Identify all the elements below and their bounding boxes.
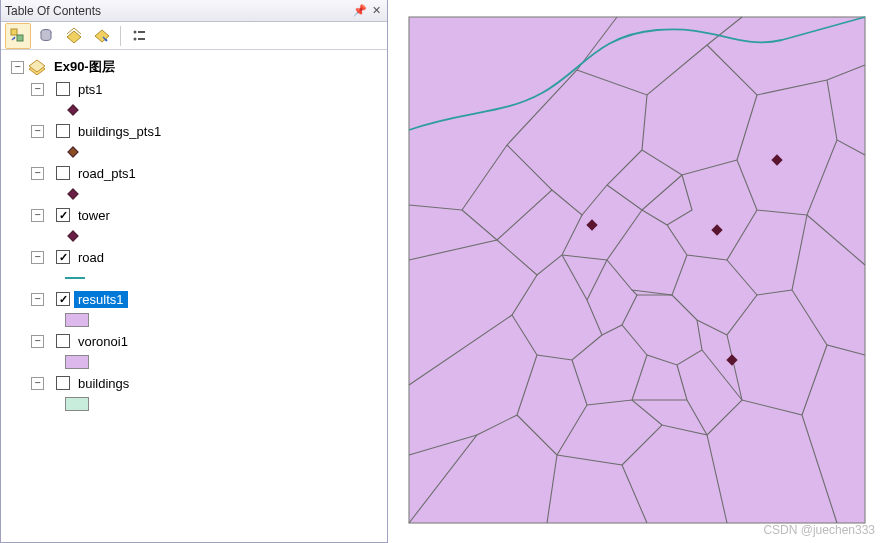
list-by-drawing-order-button[interactable]	[5, 23, 31, 49]
layer-checkbox[interactable]	[56, 292, 70, 306]
layer-checkbox[interactable]	[56, 166, 70, 180]
expand-icon[interactable]: −	[31, 125, 44, 138]
layer-checkbox[interactable]	[56, 376, 70, 390]
layer-buildings_pts1[interactable]: −buildings_pts1	[5, 120, 383, 142]
watermark: CSDN @juechen333	[763, 523, 875, 537]
svg-rect-1	[17, 35, 23, 41]
expand-icon[interactable]: −	[31, 167, 44, 180]
toolbar-separator	[120, 26, 121, 46]
layer-road[interactable]: −road	[5, 246, 383, 268]
layer-tower[interactable]: −tower	[5, 204, 383, 226]
layer-symbol	[5, 268, 383, 288]
expand-icon[interactable]: −	[11, 61, 24, 74]
layer-label[interactable]: buildings_pts1	[74, 123, 165, 140]
map-canvas	[407, 15, 867, 525]
layer-label[interactable]: tower	[74, 207, 114, 224]
svg-rect-6	[138, 38, 145, 40]
layer-checkbox[interactable]	[56, 82, 70, 96]
layer-road_pts1[interactable]: −road_pts1	[5, 162, 383, 184]
close-icon[interactable]: ✕	[369, 4, 383, 18]
layer-symbol	[5, 142, 383, 162]
layer-buildings[interactable]: −buildings	[5, 372, 383, 394]
svg-rect-0	[11, 29, 17, 35]
map-view[interactable]	[388, 0, 885, 543]
svg-rect-7	[409, 17, 865, 523]
svg-rect-4	[138, 31, 145, 33]
svg-point-3	[134, 30, 137, 33]
layer-label[interactable]: voronoi1	[74, 333, 132, 350]
list-by-visibility-button[interactable]	[61, 23, 87, 49]
layer-results1[interactable]: −results1	[5, 288, 383, 310]
root-node[interactable]: − Ex90-图层	[5, 56, 383, 78]
toolbar	[1, 22, 387, 50]
layer-checkbox[interactable]	[56, 208, 70, 222]
layer-tree: − Ex90-图层 −pts1−buildings_pts1−road_pts1…	[1, 50, 387, 542]
expand-icon[interactable]: −	[31, 377, 44, 390]
layer-symbol	[5, 310, 383, 330]
layer-voronoi1[interactable]: −voronoi1	[5, 330, 383, 352]
layer-label[interactable]: buildings	[74, 375, 133, 392]
expand-icon[interactable]: −	[31, 335, 44, 348]
layer-label[interactable]: results1	[74, 291, 128, 308]
layer-symbol	[5, 226, 383, 246]
layer-checkbox[interactable]	[56, 334, 70, 348]
list-by-source-button[interactable]	[33, 23, 59, 49]
expand-icon[interactable]: −	[31, 251, 44, 264]
list-by-selection-button[interactable]	[89, 23, 115, 49]
svg-point-5	[134, 37, 137, 40]
expand-icon[interactable]: −	[31, 209, 44, 222]
layer-symbol	[5, 184, 383, 204]
layer-pts1[interactable]: −pts1	[5, 78, 383, 100]
expand-icon[interactable]: −	[31, 293, 44, 306]
pin-icon[interactable]: 📌	[353, 4, 367, 18]
layer-label[interactable]: road_pts1	[74, 165, 140, 182]
layer-label[interactable]: road	[74, 249, 108, 266]
layer-checkbox[interactable]	[56, 250, 70, 264]
toc-panel: Table Of Contents 📌 ✕ − Ex9	[0, 0, 388, 543]
toc-title: Table Of Contents	[5, 4, 353, 18]
options-button[interactable]	[126, 23, 152, 49]
layer-symbol	[5, 100, 383, 120]
dataframe-icon	[28, 59, 46, 75]
expand-icon[interactable]: −	[31, 83, 44, 96]
layer-symbol	[5, 352, 383, 372]
toc-header: Table Of Contents 📌 ✕	[1, 0, 387, 22]
root-label: Ex90-图层	[50, 57, 119, 77]
layer-symbol	[5, 394, 383, 414]
layer-checkbox[interactable]	[56, 124, 70, 138]
layer-label[interactable]: pts1	[74, 81, 107, 98]
